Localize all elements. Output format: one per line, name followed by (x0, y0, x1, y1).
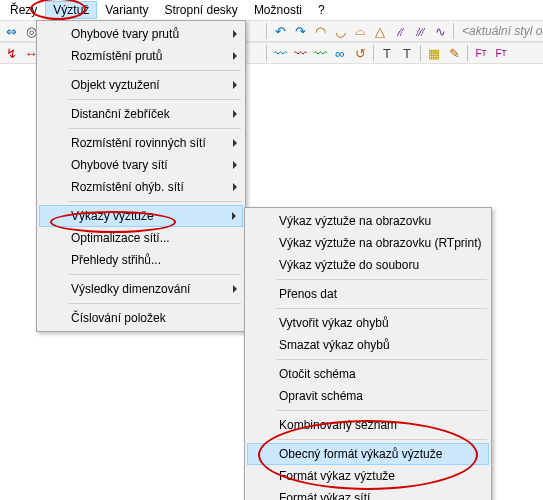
tool-move-icon[interactable]: ⇔ (2, 22, 20, 40)
menu-item[interactable]: Objekt vyztužení (39, 74, 243, 96)
submenu-item-label: Smazat výkaz ohybů (279, 338, 390, 352)
submenu-item-label: Otočit schéma (279, 367, 356, 381)
toolbar-separator (420, 45, 421, 61)
menu-item[interactable]: Výkazy výztuže (39, 205, 243, 227)
submenu-item-label: Opravit schéma (279, 389, 363, 403)
submenu-arrow-icon (233, 183, 237, 191)
tool-wave-icon[interactable]: ∿ (431, 22, 449, 40)
tool-text1-icon[interactable]: T (378, 44, 396, 62)
submenu-item[interactable]: Vytvořit výkaz ohybů (247, 312, 489, 334)
menu-item-label: Objekt vyztužení (71, 78, 160, 92)
menu-separator (69, 128, 241, 129)
submenu-item-label: Výkaz výztuže do souboru (279, 258, 419, 272)
submenu-item[interactable]: Výkaz výztuže na obrazovku (247, 210, 489, 232)
submenu-item-label: Výkaz výztuže na obrazovku (279, 214, 431, 228)
menubar-item-stropni-desky[interactable]: Stropní desky (157, 1, 246, 19)
tool-fmt1-icon[interactable]: FT (472, 44, 490, 62)
tool-shape2-icon[interactable]: △ (371, 22, 389, 40)
submenu-item[interactable]: Opravit schéma (247, 385, 489, 407)
submenu-item[interactable]: Otočit schéma (247, 363, 489, 385)
submenu-item[interactable]: Výkaz výztuže do souboru (247, 254, 489, 276)
submenu-item-label: Obecný formát výkazů výztuže (279, 447, 442, 461)
tool-curve3-icon[interactable]: 〰 (311, 44, 329, 62)
menu-separator (277, 439, 487, 440)
tool-shape1-icon[interactable]: ⌓ (351, 22, 369, 40)
menu-separator (69, 303, 241, 304)
menu-separator (69, 99, 241, 100)
menu-item[interactable]: Rozmístění prutů (39, 45, 243, 67)
menu-separator (277, 410, 487, 411)
toolbar-separator (453, 23, 454, 39)
submenu-item[interactable]: Formát výkaz sítí (247, 487, 489, 500)
submenu-item-label: Formát výkaz výztuže (279, 469, 395, 483)
menu-item[interactable]: Přehledy střihů... (39, 249, 243, 271)
menubar-item-moznosti[interactable]: Možnosti (246, 1, 310, 19)
tool-rebar1-icon[interactable]: ⫽ (391, 22, 409, 40)
submenu-arrow-icon (233, 161, 237, 169)
toolbar-separator (467, 45, 468, 61)
toolbar-separator (266, 23, 267, 39)
submenu-vykazy-vyztuze: Výkaz výztuže na obrazovkuVýkaz výztuže … (244, 207, 492, 500)
menu-item-label: Přehledy střihů... (71, 253, 161, 267)
menu-item-label: Optimalizace sítí... (71, 231, 170, 245)
menubar-item-rezy[interactable]: Řezy (2, 1, 45, 19)
menubar-item-varianty[interactable]: Varianty (97, 1, 156, 19)
menu-item-label: Výsledky dimenzování (71, 282, 190, 296)
tool-curve2-icon[interactable]: 〰 (291, 44, 309, 62)
menu-item-label: Rozmístění prutů (71, 49, 162, 63)
tool-undo-icon[interactable]: ↶ (271, 22, 289, 40)
menu-item[interactable]: Ohybové tvary sítí (39, 154, 243, 176)
menu-item-label: Rozmístění ohýb. sítí (71, 180, 184, 194)
submenu-item-label: Formát výkaz sítí (279, 491, 370, 500)
tool-rebar2-icon[interactable]: ⫻ (411, 22, 429, 40)
tool-arc1-icon[interactable]: ◠ (311, 22, 329, 40)
menubar-item-help[interactable]: ? (310, 1, 333, 19)
menubar-item-vyztuz[interactable]: Výztuž (45, 1, 97, 19)
submenu-arrow-icon (233, 110, 237, 118)
submenu-item-label: Vytvořit výkaz ohybů (279, 316, 389, 330)
menu-item[interactable]: Rozmístění rovinných sítí (39, 132, 243, 154)
tool-polyline-icon[interactable]: ↯ (2, 44, 20, 62)
submenu-arrow-icon (233, 30, 237, 38)
menu-item[interactable]: Optimalizace sítí... (39, 227, 243, 249)
submenu-item[interactable]: Kombinovaný seznam (247, 414, 489, 436)
submenu-arrow-icon (233, 139, 237, 147)
submenu-item[interactable]: Obecný formát výkazů výztuže (247, 443, 489, 465)
menu-item-label: Výkazy výztuže (71, 209, 154, 223)
submenu-arrow-icon (233, 81, 237, 89)
tool-fmt2-icon[interactable]: FT (492, 44, 510, 62)
submenu-item[interactable]: Smazat výkaz ohybů (247, 334, 489, 356)
submenu-item[interactable]: Přenos dat (247, 283, 489, 305)
menu-item-label: Ohybové tvary prutů (71, 27, 179, 41)
menu-item[interactable]: Výsledky dimenzování (39, 278, 243, 300)
tool-text2-icon[interactable]: T (398, 44, 416, 62)
submenu-arrow-icon (232, 212, 236, 220)
menu-separator (69, 274, 241, 275)
menubar: Řezy Výztuž Varianty Stropní desky Možno… (0, 0, 543, 20)
menu-item[interactable]: Ohybové tvary prutů (39, 23, 243, 45)
menu-item[interactable]: Distanční žebříček (39, 103, 243, 125)
submenu-item-label: Přenos dat (279, 287, 337, 301)
tool-loop-icon[interactable]: ↺ (351, 44, 369, 62)
submenu-item[interactable]: Formát výkaz výztuže (247, 465, 489, 487)
tool-curve1-icon[interactable]: 〰 (271, 44, 289, 62)
menu-item-label: Ohybové tvary sítí (71, 158, 168, 172)
menu-separator (69, 70, 241, 71)
submenu-item-label: Výkaz výztuže na obrazovku (RTprint) (279, 236, 482, 250)
tool-link-icon[interactable]: ∞ (331, 44, 349, 62)
menu-separator (69, 201, 241, 202)
submenu-item-label: Kombinovaný seznam (279, 418, 397, 432)
toolbar-separator (266, 45, 267, 61)
menu-item[interactable]: Rozmístění ohýb. sítí (39, 176, 243, 198)
menu-item-label: Číslování položek (71, 311, 166, 325)
tool-highlight-icon[interactable]: ▦ (425, 44, 443, 62)
menu-item[interactable]: Číslování položek (39, 307, 243, 329)
menu-separator (277, 359, 487, 360)
tool-arc2-icon[interactable]: ◡ (331, 22, 349, 40)
submenu-item[interactable]: Výkaz výztuže na obrazovku (RTprint) (247, 232, 489, 254)
menu-item-label: Distanční žebříček (71, 107, 170, 121)
tool-paint-icon[interactable]: ✎ (445, 44, 463, 62)
submenu-arrow-icon (233, 285, 237, 293)
menu-item-label: Rozmístění rovinných sítí (71, 136, 206, 150)
tool-redo-icon[interactable]: ↷ (291, 22, 309, 40)
